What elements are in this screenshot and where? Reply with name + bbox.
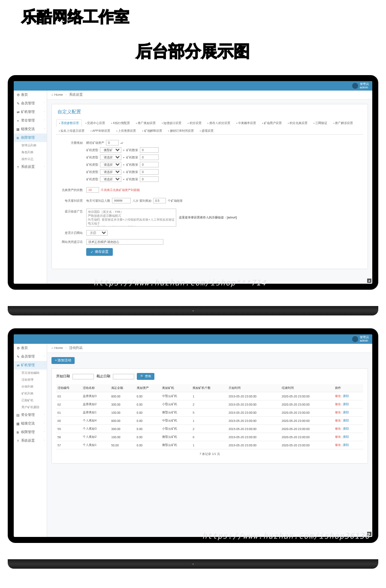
tab[interactable]: ▪K线行情配置	[109, 119, 133, 127]
sidebar-item[interactable]: T系统设置˅	[14, 163, 47, 171]
tab[interactable]: ▪三网验证	[311, 119, 330, 127]
sidebar-item[interactable]: ▤资金管理˅	[14, 411, 47, 419]
tab[interactable]: ▪APP串联设置	[88, 127, 113, 134]
edit-link[interactable]: 修改	[335, 443, 341, 446]
sidebar-sub-item[interactable]: 活动管理	[14, 376, 47, 383]
tab[interactable]: ▪短信接口设置	[159, 119, 184, 127]
reg-reward-input[interactable]	[106, 140, 119, 145]
chevron-down-icon: ˅	[44, 166, 45, 169]
miner-type-select[interactable]: 请选择	[100, 176, 121, 182]
sidebar-item[interactable]: ≡资金管理˅	[14, 116, 47, 125]
user-menu[interactable]: 管理员 admin	[352, 82, 369, 89]
sidebar-item[interactable]: ⇄矿机管理˅	[14, 361, 47, 370]
chevron-down-icon: ˅	[44, 136, 45, 139]
start-date-input[interactable]	[72, 374, 94, 379]
tab[interactable]: ▪矿池解释设置	[139, 127, 164, 134]
site-open-select[interactable]: 开启	[86, 230, 108, 236]
miner-qty-input[interactable]	[140, 169, 159, 175]
stepper-icon[interactable]: ▴▾	[121, 141, 123, 144]
sidebar-item[interactable]: ⇄矿机管理˅	[14, 108, 47, 116]
tab[interactable]: ▪系统参数设置	[56, 119, 82, 127]
tab[interactable]: ▪矿场用户设置	[259, 119, 284, 127]
site-close-msg-input[interactable]	[86, 239, 163, 245]
sidebar-item[interactable]: T系统设置˅	[14, 436, 47, 445]
tab[interactable]: ▪实名上传提示设置	[56, 127, 87, 134]
edit-link[interactable]: 修改	[335, 435, 341, 438]
tab[interactable]: ▪推广奖励设置	[133, 119, 158, 127]
miner-type-select[interactable]: 请选择	[100, 162, 121, 167]
sidebar-sub-item[interactable]: 角色列表	[14, 149, 47, 156]
delete-link[interactable]: 删除	[343, 394, 349, 397]
topbar: 管理员 admin	[14, 334, 372, 344]
exchange-input[interactable]	[86, 187, 99, 193]
tab-icon: ▪	[142, 130, 143, 132]
tab[interactable]: ▪积分设置	[185, 119, 204, 127]
tab-icon: ▪	[111, 122, 112, 124]
miner-type-select[interactable]: 请选择	[100, 155, 121, 160]
sidebar-sub-item[interactable]: 矿机列表	[14, 390, 47, 397]
tab[interactable]: ▪上传资质设置	[114, 127, 139, 134]
delete-link[interactable]: 删除	[343, 435, 349, 438]
miner-qty-input[interactable]	[140, 155, 159, 160]
tab[interactable]: ▪推荐人积分设置	[205, 119, 233, 127]
table-header: 奖励资产	[136, 384, 161, 392]
menu-icon: T	[16, 165, 20, 169]
sidebar-item[interactable]: ✎会员管理˅	[14, 352, 47, 361]
miner-qty-input[interactable]	[140, 176, 159, 182]
tab[interactable]: ▪推广解冻设置	[331, 119, 356, 127]
miner-type-select[interactable]: 微型矿机（赠	[100, 147, 121, 153]
sidebar-item[interactable]: ⚙首页	[14, 91, 47, 99]
pager: 7 条记录 1/1 页	[56, 449, 363, 459]
sidebar-sub-item[interactable]: 已期矿机	[14, 397, 47, 404]
miner-qty-input[interactable]	[140, 147, 159, 153]
tab[interactable]: ▪积分兑换设置	[285, 119, 310, 127]
sidebar-item[interactable]: ⚙首页	[14, 344, 47, 352]
sidebar-sub-item[interactable]: 管理员列表	[14, 142, 47, 149]
edit-link[interactable]: 修改	[335, 403, 341, 406]
miner-qty-input[interactable]	[140, 162, 159, 167]
miner-type-select[interactable]: 请选择	[100, 169, 121, 175]
search-button[interactable]: 🔍 查询	[137, 373, 154, 380]
tab[interactable]: ▪撤销订单时间设置	[166, 127, 196, 134]
sidebar-item[interactable]: ✎会员管理˅	[14, 99, 47, 108]
tab-icon: ▪	[116, 130, 117, 132]
delete-link[interactable]: 删除	[343, 443, 349, 446]
edit-link[interactable]: 修改	[335, 394, 341, 397]
start-date-label: 开始日期	[56, 374, 70, 379]
watermark: https://www.huzhan.com/ishop***714	[93, 278, 266, 287]
sidebar-sub-item[interactable]: 操作日志	[14, 156, 47, 163]
checkin-reward-input[interactable]	[153, 198, 166, 203]
edit-link[interactable]: 修改	[335, 427, 341, 430]
table-header: 奖励矿机个数	[191, 384, 227, 392]
save-button[interactable]: ✓ 保存设置	[86, 248, 113, 256]
sidebar-sub-item[interactable]: 分佣列表	[14, 383, 47, 390]
scroll-top-button[interactable]: ▲	[367, 279, 371, 283]
monitor-base: 🞄	[8, 306, 378, 315]
edit-link[interactable]: 修改	[335, 419, 341, 422]
delete-link[interactable]: 删除	[343, 403, 349, 406]
tab-icon: ▪	[236, 122, 237, 124]
checkin-count-input[interactable]	[112, 198, 131, 203]
delete-link[interactable]: 删除	[343, 419, 349, 422]
tab-label: 短信接口设置	[163, 121, 181, 125]
delete-link[interactable]: 删除	[343, 411, 349, 414]
add-activity-button[interactable]: + 添加活动	[51, 357, 75, 364]
sidebar-item[interactable]: ▦链接交流˅	[14, 419, 47, 428]
tab[interactable]: ▪提现设置	[197, 127, 216, 134]
sidebar-sub-item[interactable]: 用户矿机册除	[14, 404, 47, 411]
tab[interactable]: ▪交易中心设置	[83, 119, 108, 127]
delete-link[interactable]: 删除	[343, 427, 349, 430]
sidebar-item[interactable]: 🗎权限管理˅	[14, 133, 47, 142]
user-menu[interactable]: 管理员 admin	[352, 336, 369, 342]
end-date-input[interactable]	[113, 374, 134, 379]
site-open-label: 是否开启网站	[56, 230, 86, 235]
sidebar-item[interactable]: 🗎权限管理˅	[14, 428, 47, 436]
promo-textarea[interactable]: 华尔国际（英文名：FHK） 严格挂盘后提示弊端模式 向市场码 需要验证并注册+上…	[86, 209, 176, 227]
breadcrumb-home[interactable]: Home	[54, 346, 63, 350]
edit-link[interactable]: 修改	[335, 411, 341, 414]
chevron-down-icon: ▾	[123, 178, 124, 181]
sidebar-item[interactable]: ▦链接交流˅	[14, 125, 47, 133]
sidebar-sub-item[interactable]: 首页滚动编辑	[14, 370, 47, 376]
tab[interactable]: ▪中奖概率设置	[234, 119, 259, 127]
breadcrumb-home[interactable]: Home	[54, 93, 63, 97]
